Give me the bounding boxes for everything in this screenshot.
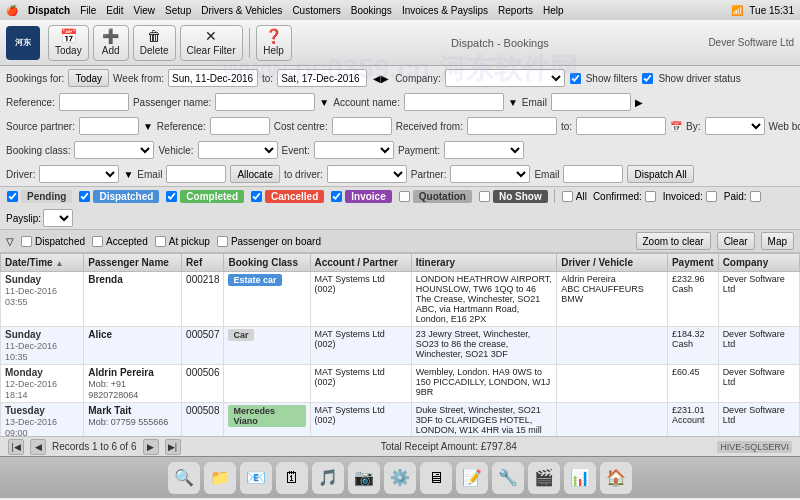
menu-reports[interactable]: Reports [498, 5, 533, 16]
invoice-checkbox[interactable] [331, 190, 342, 201]
date-to-input[interactable] [277, 69, 367, 87]
clear-filter-button[interactable]: ✕ Clear Filter [180, 25, 243, 61]
date-from-input[interactable] [168, 69, 258, 87]
menu-drivers[interactable]: Drivers & Vehicles [201, 5, 282, 16]
menu-setup[interactable]: Setup [165, 5, 191, 16]
event-select[interactable] [314, 141, 394, 159]
partner-select[interactable] [450, 165, 530, 183]
account-name-input[interactable] [404, 93, 504, 111]
pending-checkbox[interactable] [7, 190, 18, 201]
last-page-button[interactable]: ▶| [165, 439, 181, 455]
dock-icon-calendar[interactable]: 🗓 [276, 462, 308, 494]
by-select[interactable] [705, 117, 765, 135]
dock-icon-notes[interactable]: 📝 [456, 462, 488, 494]
pending-badge[interactable]: Pending [21, 190, 72, 203]
menu-help[interactable]: Help [543, 5, 564, 16]
menu-edit[interactable]: Edit [106, 5, 123, 16]
table-row[interactable]: Monday12-Dec-2016 18:14Aldrin PereiraMob… [1, 365, 800, 403]
dock-icon-music[interactable]: 🎵 [312, 462, 344, 494]
col-datetime[interactable]: Date/Time ▲ [1, 254, 84, 272]
today-button[interactable]: 📅 Today [48, 25, 89, 61]
reference2-input[interactable] [210, 117, 270, 135]
delete-button[interactable]: 🗑 Delete [133, 25, 176, 61]
email3-input[interactable] [563, 165, 623, 183]
dock-icon-monitor[interactable]: 🖥 [420, 462, 452, 494]
table-row[interactable]: Sunday11-Dec-2016 10:35Alice000507CarMAT… [1, 327, 800, 365]
cost-centre-input[interactable] [332, 117, 392, 135]
show-filters-checkbox[interactable] [570, 72, 581, 83]
company-select[interactable] [445, 69, 565, 87]
dispatched-action-checkbox[interactable] [21, 235, 32, 246]
to-driver-select[interactable] [327, 165, 407, 183]
quotation-badge[interactable]: Quotation [413, 190, 472, 203]
dispatch-all-button[interactable]: Dispatch All [627, 165, 693, 183]
booking-class-select[interactable] [74, 141, 154, 159]
first-page-button[interactable]: |◀ [8, 439, 24, 455]
col-passenger[interactable]: Passenger Name [84, 254, 182, 272]
all-checkbox[interactable] [562, 190, 573, 201]
confirmed-checkbox[interactable] [645, 190, 656, 201]
noshow-badge[interactable]: No Show [493, 190, 548, 203]
accepted-checkbox[interactable] [92, 235, 103, 246]
source-partner-input[interactable] [79, 117, 139, 135]
invoice-badge[interactable]: Invoice [345, 190, 391, 203]
add-button[interactable]: ➕ Add [93, 25, 129, 61]
map-button[interactable]: Map [761, 232, 794, 250]
dock-icon-folder[interactable]: 📁 [204, 462, 236, 494]
col-company[interactable]: Company [718, 254, 799, 272]
dock-icon-video[interactable]: 🎬 [528, 462, 560, 494]
menu-items[interactable]: 🍎 Dispatch File Edit View Setup Drivers … [6, 5, 564, 16]
payslip-select[interactable] [43, 209, 73, 227]
dock-icon-home[interactable]: 🏠 [600, 462, 632, 494]
help-button[interactable]: ❓ Help [256, 25, 292, 61]
dock-icon-mail[interactable]: 📧 [240, 462, 272, 494]
completed-badge[interactable]: Completed [180, 190, 244, 203]
dock-icon-charts[interactable]: 📊 [564, 462, 596, 494]
at-pickup-checkbox[interactable] [155, 235, 166, 246]
cancelled-checkbox[interactable] [251, 190, 262, 201]
noshow-checkbox[interactable] [479, 190, 490, 201]
next-page-button[interactable]: ▶ [143, 439, 159, 455]
cancelled-badge[interactable]: Cancelled [265, 190, 324, 203]
table-row[interactable]: Tuesday13-Dec-2016 09:00Mark TaitMob: 07… [1, 403, 800, 437]
dock-icon-photos[interactable]: 📷 [348, 462, 380, 494]
passenger-on-board-checkbox[interactable] [217, 235, 228, 246]
vehicle-select[interactable] [198, 141, 278, 159]
invoiced-checkbox[interactable] [706, 190, 717, 201]
apple-menu[interactable]: 🍎 [6, 5, 18, 16]
today-filter-button[interactable]: Today [68, 69, 109, 87]
table-row[interactable]: Sunday11-Dec-2016 03:55Brenda000218Estat… [1, 272, 800, 327]
show-driver-status-checkbox[interactable] [642, 72, 653, 83]
clear-button[interactable]: Clear [717, 232, 755, 250]
col-account[interactable]: Account / Partner [310, 254, 411, 272]
passenger-name-input[interactable] [215, 93, 315, 111]
dock-icon-settings[interactable]: ⚙️ [384, 462, 416, 494]
driver-select[interactable] [39, 165, 119, 183]
email-input1[interactable] [551, 93, 631, 111]
col-booking-class[interactable]: Booking Class [224, 254, 310, 272]
completed-checkbox[interactable] [166, 190, 177, 201]
reference-input[interactable] [59, 93, 129, 111]
col-payment[interactable]: Payment [667, 254, 718, 272]
app-menu-dispatch[interactable]: Dispatch [28, 5, 70, 16]
col-itinerary[interactable]: Itinerary [411, 254, 557, 272]
menu-bookings[interactable]: Bookings [351, 5, 392, 16]
dispatched-checkbox[interactable] [79, 190, 90, 201]
dock-icon-finder[interactable]: 🔍 [168, 462, 200, 494]
col-ref[interactable]: Ref [182, 254, 224, 272]
received-from-input[interactable] [467, 117, 557, 135]
payment-select[interactable] [444, 141, 524, 159]
dock-icon-tools[interactable]: 🔧 [492, 462, 524, 494]
menu-view[interactable]: View [134, 5, 156, 16]
zoom-to-clear-button[interactable]: Zoom to clear [636, 232, 711, 250]
menu-customers[interactable]: Customers [292, 5, 340, 16]
menu-file[interactable]: File [80, 5, 96, 16]
received-to-input[interactable] [576, 117, 666, 135]
dispatched-badge[interactable]: Dispatched [93, 190, 159, 203]
prev-page-button[interactable]: ◀ [30, 439, 46, 455]
email2-input[interactable] [166, 165, 226, 183]
col-driver[interactable]: Driver / Vehicle [557, 254, 668, 272]
menu-invoices[interactable]: Invoices & Payslips [402, 5, 488, 16]
quotation-checkbox[interactable] [399, 190, 410, 201]
paid-checkbox[interactable] [750, 190, 761, 201]
